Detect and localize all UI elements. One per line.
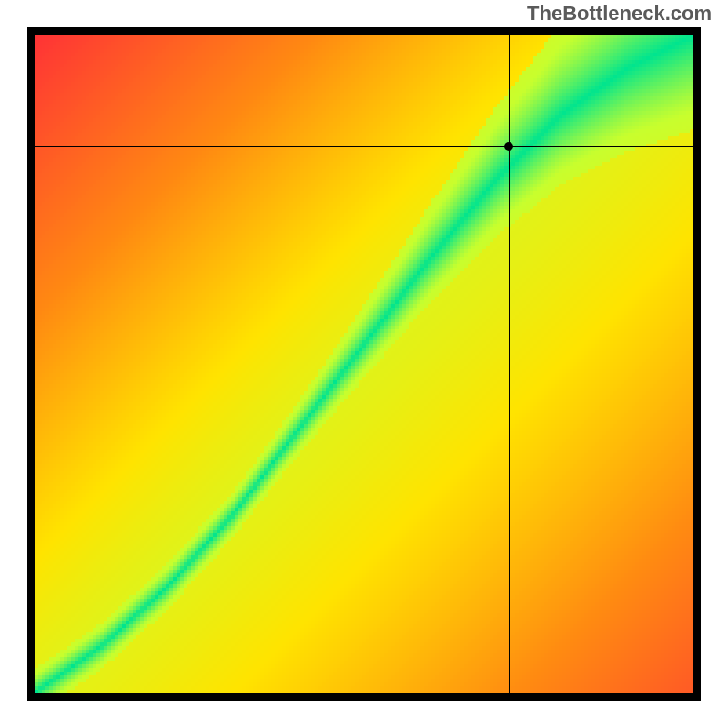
crosshair-horizontal [35, 146, 693, 147]
chart-container: TheBottleneck.com [0, 0, 728, 728]
watermark-text: TheBottleneck.com [527, 2, 712, 25]
marker-dot [504, 142, 513, 151]
crosshair-vertical [509, 35, 511, 693]
plot-frame [27, 27, 701, 701]
plot-area [35, 35, 693, 693]
heatmap-canvas [35, 35, 693, 693]
